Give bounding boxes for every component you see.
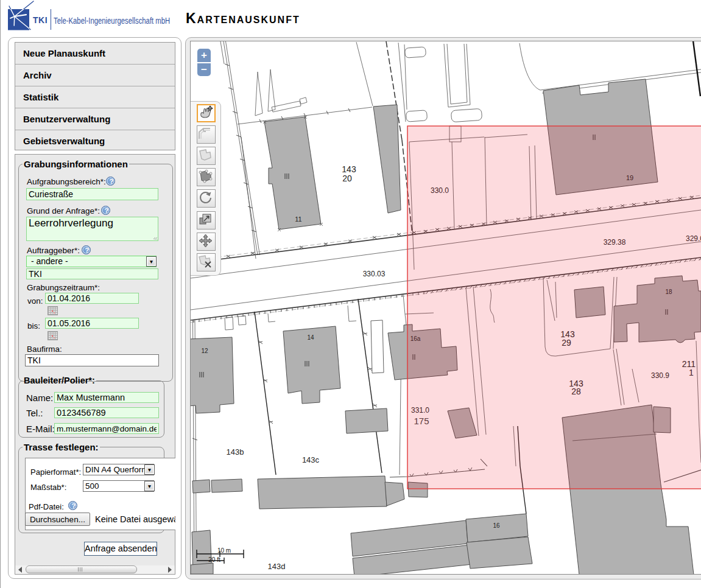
svg-text:12: 12 <box>201 348 208 354</box>
svg-text:20: 20 <box>342 173 352 183</box>
svg-text:16: 16 <box>493 522 500 529</box>
svg-text:330.03: 330.03 <box>363 270 386 278</box>
svg-text:143c: 143c <box>302 455 320 464</box>
svg-text:14: 14 <box>307 334 314 341</box>
svg-text:143: 143 <box>342 164 356 174</box>
svg-text:10 m: 10 m <box>217 547 231 554</box>
svg-text:11: 11 <box>295 215 301 223</box>
svg-text:143d: 143d <box>268 562 286 571</box>
svg-text:143b: 143b <box>227 447 244 457</box>
svg-text:20 ft: 20 ft <box>208 556 220 563</box>
